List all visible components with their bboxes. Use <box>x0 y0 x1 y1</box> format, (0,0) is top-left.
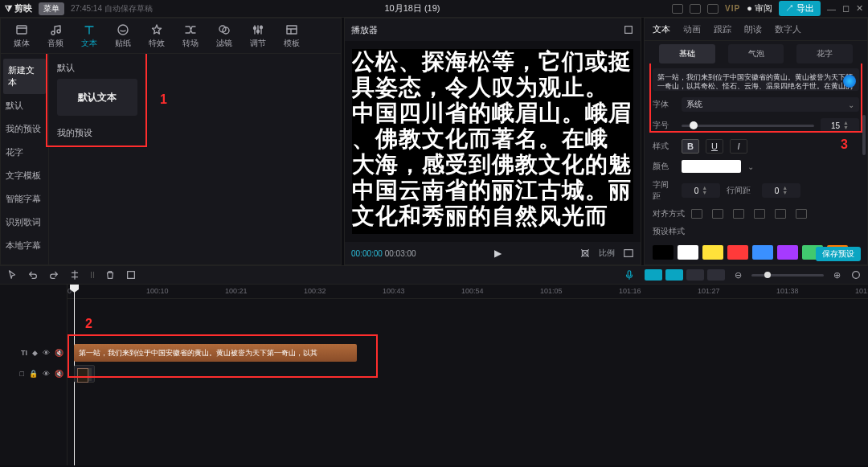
main-track[interactable] <box>68 363 868 384</box>
ruler-tick: 101:16 <box>619 287 641 295</box>
sidebar-item-my-preset[interactable]: 我的预设 <box>1 117 48 141</box>
tl-pointer-icon[interactable] <box>6 269 18 281</box>
tl-record-icon[interactable] <box>624 269 635 281</box>
text-track[interactable]: 第一站，我们来到位于中国安徽省的黄山。黄山被誉为天下第一奇山，以其 <box>68 342 868 363</box>
size-slider[interactable] <box>682 125 814 127</box>
tl-redo-icon[interactable] <box>48 269 59 281</box>
tl-toggle-3[interactable] <box>686 269 704 281</box>
insp-tab-track[interactable]: 跟踪 <box>714 23 731 35</box>
main-clip[interactable] <box>74 365 95 383</box>
main-track-mute-icon[interactable]: 🔇 <box>55 370 63 378</box>
tab-sticker[interactable]: 贴纸 <box>107 20 139 52</box>
insp-tab-text[interactable]: 文本 <box>653 23 670 35</box>
tab-transition[interactable]: 转场 <box>174 20 207 52</box>
layout-toggle-3[interactable] <box>707 4 719 14</box>
preset-default-text[interactable]: 默认文本 <box>57 79 137 116</box>
subtab-bubble[interactable]: 气泡 <box>728 44 784 63</box>
sidebar-item-text-template[interactable]: 文字模板 <box>1 164 48 187</box>
ratio-button[interactable]: 比例 <box>599 248 615 259</box>
align-label: 对齐方式 <box>653 208 685 219</box>
sidebar-item-fancy[interactable]: 花字 <box>1 141 48 164</box>
sidebar-item-smart-caption[interactable]: 智能字幕 <box>1 187 48 211</box>
tl-toggle-4[interactable] <box>707 269 725 281</box>
insp-tab-avatar[interactable]: 数字人 <box>775 23 801 35</box>
play-button[interactable]: ▶ <box>416 248 579 259</box>
player-canvas[interactable]: 公松、探海松等，它们或挺 具姿态，令人叹为观止。 中国四川省的峨眉山。峨眉 、佛… <box>345 41 641 242</box>
letter-spacing-spinner[interactable]: 0▲▼ <box>682 183 720 198</box>
timeline-ruler[interactable]: 0100:10100:21100:32100:43100:54101:05101… <box>68 285 868 299</box>
ai-assist-icon[interactable] <box>843 75 856 88</box>
annotation-label-1: 1 <box>160 92 167 107</box>
preset-color[interactable] <box>653 245 674 260</box>
tl-undo-icon[interactable] <box>27 269 39 281</box>
tl-toggle-1[interactable] <box>645 269 662 281</box>
size-spinner[interactable]: 15▲▼ <box>821 118 859 133</box>
tab-template[interactable]: 模板 <box>276 20 308 52</box>
tl-fit-icon[interactable] <box>850 269 862 281</box>
align-right[interactable] <box>733 209 744 219</box>
text-track-eye-icon[interactable]: 👁 <box>43 349 50 357</box>
tl-toggle-2[interactable] <box>665 269 683 281</box>
text-content-input[interactable]: 第一站，我们来到位于中国安徽省的黄山。黄山被誉为天下第一奇山，以其奇松、怪石、云… <box>653 68 859 91</box>
crop-icon[interactable] <box>579 248 591 259</box>
preset-color[interactable] <box>678 245 698 260</box>
subtab-basic[interactable]: 基础 <box>659 44 715 63</box>
tl-crop-icon[interactable] <box>125 269 137 281</box>
align-left[interactable] <box>691 209 702 219</box>
text-track-mute-icon[interactable]: 🔇 <box>55 349 63 357</box>
tl-split-icon[interactable] <box>69 269 80 281</box>
tab-effect[interactable]: 特效 <box>141 20 173 52</box>
underline-button[interactable]: U <box>706 139 723 154</box>
bold-button[interactable]: B <box>682 139 699 154</box>
main-track-eye-icon[interactable]: 👁 <box>43 370 50 378</box>
window-minimize[interactable]: — <box>827 4 836 14</box>
sidebar-item-new-text[interactable]: 新建文本 <box>3 59 46 94</box>
align-center[interactable] <box>712 209 723 219</box>
vip-badge[interactable]: VIP <box>725 4 740 13</box>
zoom-out-icon[interactable]: ⊖ <box>735 270 742 281</box>
text-track-lock-icon[interactable]: ◆ <box>32 349 38 357</box>
layout-toggle-1[interactable] <box>672 4 683 14</box>
preset-color[interactable] <box>752 245 773 260</box>
tab-adjust[interactable]: 调节 <box>242 20 274 52</box>
text-track-label: TI <box>21 349 27 357</box>
current-time: 00:00:00 <box>351 249 383 258</box>
line-spacing-spinner[interactable]: 0▲▼ <box>762 183 800 198</box>
zoom-slider[interactable] <box>751 274 824 277</box>
menu-button[interactable]: 菜单 <box>39 2 64 15</box>
preset-color[interactable] <box>727 245 748 260</box>
sidebar-item-default[interactable]: 默认 <box>1 94 48 117</box>
tab-filter[interactable]: 滤镜 <box>208 20 240 52</box>
layout-toggle-2[interactable] <box>690 4 701 14</box>
zoom-in-icon[interactable]: ⊕ <box>833 270 841 281</box>
main-track-lock-icon[interactable]: 🔒 <box>29 370 38 378</box>
svg-point-15 <box>853 272 860 279</box>
italic-button[interactable]: I <box>730 139 747 154</box>
player-more-icon[interactable] <box>623 24 634 35</box>
align-middle[interactable] <box>775 209 786 219</box>
text-clip[interactable]: 第一站，我们来到位于中国安徽省的黄山。黄山被誉为天下第一奇山，以其 <box>74 344 357 362</box>
preset-color[interactable] <box>702 245 723 260</box>
tab-audio[interactable]: 音频 <box>39 20 72 52</box>
align-bottom[interactable] <box>796 209 807 219</box>
color-swatch[interactable] <box>682 160 741 173</box>
insp-tab-anim[interactable]: 动画 <box>683 23 701 35</box>
svg-point-8 <box>260 26 263 28</box>
preset-color[interactable] <box>777 245 798 260</box>
window-close[interactable]: ✕ <box>856 3 863 14</box>
sidebar-item-lyric[interactable]: 识别歌词 <box>1 211 48 234</box>
sidebar-item-local-caption[interactable]: 本地字幕 <box>1 234 48 257</box>
export-button[interactable]: ↗ 导出 <box>779 1 821 16</box>
save-preset-button[interactable]: 保存预设 <box>816 247 861 261</box>
inspector-scrollbar[interactable] <box>862 115 866 155</box>
font-select[interactable]: 系统⌄ <box>682 97 859 112</box>
tl-delete-icon[interactable] <box>104 269 116 281</box>
subtab-fancy[interactable]: 花字 <box>796 44 853 63</box>
align-top[interactable] <box>754 209 765 219</box>
review-button[interactable]: ● 审阅 <box>747 2 772 14</box>
window-maximize[interactable]: ◻ <box>842 3 850 14</box>
tab-text[interactable]: 文本 <box>73 20 105 52</box>
insp-tab-read[interactable]: 朗读 <box>744 23 762 35</box>
fullscreen-icon[interactable] <box>623 248 634 259</box>
tab-media[interactable]: 媒体 <box>6 20 38 52</box>
